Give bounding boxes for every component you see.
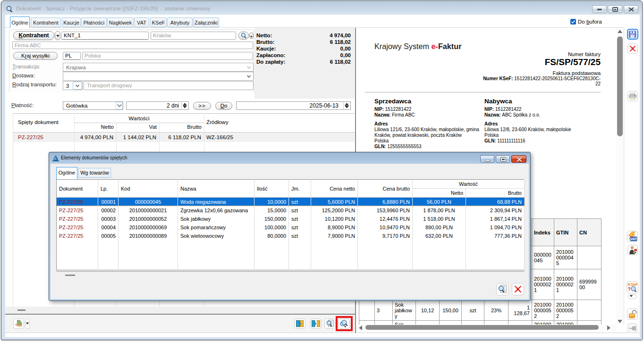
svg-text:VAT: VAT <box>630 237 637 241</box>
svg-text:?: ? <box>627 287 630 292</box>
svg-text:KSeF: KSeF <box>627 282 637 287</box>
